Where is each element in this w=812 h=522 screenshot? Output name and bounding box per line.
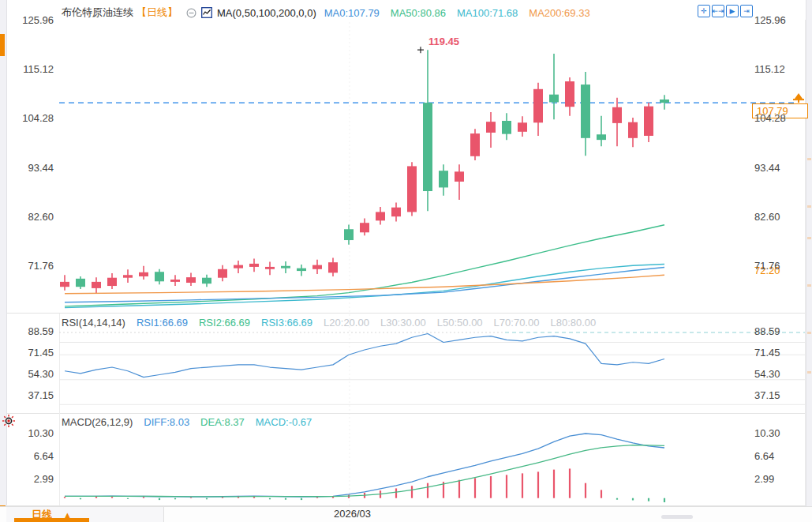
- y-axis-label: 93.44: [8, 163, 54, 174]
- y-axis-label: 88.59: [8, 326, 54, 337]
- rsi-title[interactable]: RSI(14,14,14): [62, 317, 125, 329]
- left-scrollbar[interactable]: [0, 0, 7, 522]
- macd-values: DIFF:8.03DEA:8.37MACD:-0.67: [144, 416, 312, 428]
- shift-right-icon[interactable]: ⇥: [740, 5, 753, 17]
- y-axis-label: 71.76: [8, 261, 54, 272]
- y-axis-label: 37.15: [754, 390, 780, 401]
- minimap-tick: [807, 205, 811, 208]
- crosshair-pan-icon[interactable]: ✛: [698, 5, 710, 17]
- y-axis-label: 6.64: [754, 451, 774, 462]
- symbol-name[interactable]: 布伦特原油连续: [62, 6, 133, 20]
- rsi-header: RSI(14,14,14) RSI1:66.69RSI2:66.69RSI3:6…: [62, 317, 596, 329]
- ma-value[interactable]: MA50:80.86: [391, 7, 446, 19]
- indicator-settings-icon[interactable]: [2, 414, 16, 428]
- chart-style-icon[interactable]: [201, 7, 212, 18]
- rsi-value[interactable]: RSI2:66.69: [199, 317, 250, 329]
- y-axis-label: 6.64: [8, 451, 54, 462]
- macd-title[interactable]: MACD(26,12,9): [62, 416, 133, 428]
- minimap-tick: [807, 332, 811, 334]
- y-axis-label: 82.60: [8, 212, 54, 223]
- y-axis-label: 125.96: [8, 15, 54, 26]
- minimap-tick: [807, 284, 811, 287]
- period-active-underline: [14, 518, 89, 522]
- y-axis-label: 10.30: [8, 428, 54, 439]
- y-axis-label: 115.12: [754, 64, 785, 75]
- period-tag[interactable]: 【日线】: [137, 6, 178, 20]
- minimap-tick: [807, 237, 811, 239]
- y-axis-label: 71.45: [754, 347, 780, 359]
- left-scrollbar-thumb[interactable]: [0, 34, 5, 56]
- rsi-level[interactable]: L80:80.00: [550, 317, 596, 329]
- minimap-tick: [807, 158, 811, 160]
- rsi-value[interactable]: RSI3:66.69: [261, 317, 312, 329]
- y-axis-label: 54.30: [754, 369, 780, 380]
- macd-value[interactable]: MACD:-0.67: [256, 416, 312, 428]
- chart-canvas[interactable]: [0, 0, 812, 522]
- rsi-level[interactable]: L50:50.00: [437, 317, 483, 329]
- y-axis-label: 125.96: [754, 15, 786, 26]
- y-axis-label: 104.28: [754, 113, 786, 124]
- minimap-tick: [807, 371, 811, 374]
- ma-value[interactable]: MA0:107.79: [324, 7, 380, 19]
- rsi-level[interactable]: L20:20.00: [324, 317, 369, 329]
- horizontal-scrollbar-thumb[interactable]: [661, 515, 693, 519]
- ma-formula[interactable]: MA(0,50,100,200,0,0): [217, 7, 316, 19]
- scroll-play-icon[interactable]: ▶: [726, 5, 739, 17]
- chart-header: 布伦特原油连续 【日线】 MA(0,50,100,200,0,0) MA0:10…: [62, 6, 590, 20]
- y-axis-label: 10.30: [754, 428, 780, 439]
- right-scrollbar[interactable]: [806, 0, 812, 522]
- collapse-icon[interactable]: [185, 7, 196, 18]
- rsi-levels: L20:20.00L30:30.00L50:50.00L70:70.00L80:…: [324, 317, 596, 329]
- rsi-level[interactable]: L70:70.00: [494, 317, 540, 329]
- high-price-annotation: 119.45: [428, 36, 459, 47]
- rsi-value[interactable]: RSI1:66.69: [137, 317, 188, 329]
- ma-value[interactable]: MA100:71.68: [457, 7, 518, 19]
- rsi-level[interactable]: L30:30.00: [380, 317, 426, 329]
- y-axis-label: 2.99: [754, 474, 774, 485]
- trading-chart-app: { "header": { "symbol": "布伦特原油连续", "peri…: [0, 0, 812, 522]
- y-axis-label: 115.12: [8, 64, 54, 75]
- y-axis-label: 93.44: [754, 163, 780, 174]
- y-axis-label: 71.45: [8, 347, 54, 359]
- date-axis-bar: 日线 ▲: [0, 506, 812, 522]
- x-axis-date-label: 2026/03: [334, 508, 371, 520]
- y-axis-label: 88.59: [754, 326, 780, 337]
- chart-toolbar: ✛⇤⇥▶⇥: [698, 5, 753, 17]
- y-axis-label: 82.60: [754, 212, 780, 223]
- macd-value[interactable]: DIFF:8.03: [144, 416, 189, 428]
- y-axis-label: 71.76: [754, 261, 780, 272]
- fit-horizontal-icon[interactable]: ⇤⇥: [712, 5, 724, 17]
- ma-values: MA0:107.79MA50:80.86MA100:71.68MA200:69.…: [324, 7, 590, 19]
- macd-value[interactable]: DEA:8.37: [200, 416, 245, 428]
- ma-value[interactable]: MA200:69.33: [529, 7, 589, 19]
- y-axis-label: 54.30: [8, 369, 54, 380]
- y-axis-label: 104.28: [8, 113, 54, 124]
- y-axis-label: 2.99: [8, 474, 54, 485]
- y-axis-label: 37.15: [8, 390, 54, 401]
- macd-header: MACD(26,12,9) DIFF:8.03DEA:8.37MACD:-0.6…: [62, 416, 312, 428]
- rsi-values: RSI1:66.69RSI2:66.69RSI3:66.69: [137, 317, 312, 329]
